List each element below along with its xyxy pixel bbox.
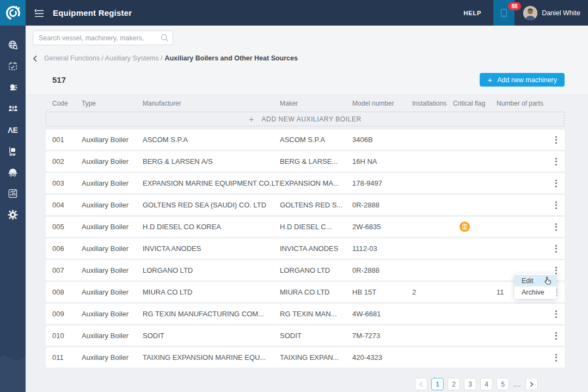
menu-item-archive[interactable]: Archive (514, 286, 556, 298)
pagination-ellipsis: ... (513, 380, 521, 388)
plus-icon: + (487, 75, 492, 84)
sidebar-item-planner[interactable] (0, 56, 26, 77)
page-button-3[interactable]: 3 (464, 378, 476, 390)
cell-code: 001 (52, 136, 82, 144)
row-menu-button[interactable] (555, 223, 565, 231)
table-row[interactable]: 008 Auxiliary Boiler MIURA CO LTD MIURA … (46, 282, 565, 302)
analytics-chart-icon (8, 188, 18, 199)
cell-model: 178-9497 (352, 179, 412, 187)
page-button-1[interactable]: 1 (431, 378, 444, 390)
result-count: 517 (52, 75, 66, 84)
table-row[interactable]: 004 Auxiliary Boiler GOLTENS RED SEA (SA… (46, 195, 565, 215)
row-menu-button[interactable] (555, 310, 565, 318)
row-menu-button[interactable] (555, 289, 565, 296)
cell-model: 1112-03 (352, 244, 412, 253)
sidebar-item-settings[interactable] (0, 204, 26, 225)
menu-item-edit[interactable]: Edit (514, 275, 556, 286)
column-header-type: Type (82, 100, 143, 107)
sidebar-item-logistics[interactable] (0, 140, 26, 162)
cell-maker: LORGANO LTD (280, 266, 352, 274)
sidebar-item-vessel-search[interactable] (0, 34, 26, 56)
sidebar-wave-decoration (0, 332, 26, 392)
cell-manufacturer: TAIXING EXPANSION MARINE EQU... (143, 353, 280, 362)
user-menu[interactable]: Daniel White (523, 6, 580, 20)
back-button[interactable] (33, 55, 38, 62)
column-header-manufacturer: Manufacturer (143, 100, 280, 107)
next-page-button[interactable] (525, 378, 538, 390)
cell-maker: INVICTA ANODES (280, 244, 352, 253)
column-header-maker: Maker (280, 100, 352, 107)
gear-icon (7, 209, 19, 220)
sidebar-item-ae-module[interactable]: ΛE (0, 119, 26, 140)
app-logo[interactable] (0, 0, 26, 26)
row-menu-button[interactable] (555, 136, 565, 144)
row-menu-button[interactable] (555, 158, 565, 166)
row-menu-button[interactable] (555, 201, 565, 209)
plus-icon: + (249, 114, 254, 124)
breadcrumb-path[interactable]: General Functions / Auxiliary Systems / (44, 54, 162, 62)
table-row[interactable]: 010 Auxiliary Boiler SODIT SODIT 7M-7273 (46, 326, 565, 346)
notifications-button[interactable]: 88 (493, 0, 514, 26)
search-input[interactable] (33, 30, 173, 45)
cell-model: 2W-6835 (352, 223, 412, 231)
row-menu-button[interactable] (555, 245, 565, 253)
breadcrumb-current: Auxiliary Boilers and Other Heat Sources (164, 54, 298, 62)
table-row[interactable]: 005 Auxiliary Boiler H.D DIESEL CO KOREA… (46, 217, 565, 237)
sidebar-item-analytics[interactable] (0, 183, 26, 204)
table-row[interactable]: 002 Auxiliary Boiler BERG & LARSEN A/S B… (46, 151, 565, 171)
cell-model: 4W-6681 (352, 310, 412, 318)
sidebar-item-crew[interactable] (0, 98, 26, 119)
avatar-photo-icon (523, 6, 537, 20)
add-new-machinery-button[interactable]: + Add new machinery (480, 73, 565, 87)
row-menu-button[interactable] (555, 180, 565, 187)
chevron-left-icon (419, 382, 423, 387)
cell-model: 420-4323 (352, 353, 412, 362)
add-new-machinery-label: Add new machinery (497, 76, 557, 84)
cell-code: 004 (52, 201, 82, 209)
chevron-right-icon (530, 382, 534, 387)
table-row[interactable]: 003 Auxiliary Boiler EXPANSION MARINE EQ… (46, 173, 565, 193)
cell-installations: 2 (412, 288, 453, 296)
cell-model: 16H NA (352, 157, 412, 166)
sidebar: ΛE (0, 0, 26, 392)
cell-code: 002 (52, 157, 82, 166)
notifications-icon (500, 8, 507, 18)
row-menu-button[interactable] (555, 332, 565, 340)
cell-code: 010 (52, 332, 82, 340)
table-row[interactable]: 001 Auxiliary Boiler ASCOM S.P.A ASCOM S… (46, 130, 565, 150)
cell-type: Auxiliary Boiler (82, 244, 143, 253)
cell-type: Auxiliary Boiler (82, 136, 143, 144)
search-icon[interactable] (161, 34, 169, 44)
row-menu-button[interactable] (555, 267, 565, 274)
table-row[interactable]: 009 Auxiliary Boiler RG TEXIN MANUFACTUR… (46, 304, 565, 324)
table-row[interactable]: 006 Auxiliary Boiler INVICTA ANODES INVI… (46, 238, 565, 259)
cell-manufacturer: H.D DIESEL CO KOREA (143, 223, 280, 231)
cell-manufacturer: MIURA CO LTD (143, 288, 280, 296)
help-link[interactable]: HELP (464, 10, 482, 16)
table-row[interactable]: 011 Auxiliary Boiler TAIXING EXPANSION M… (46, 347, 565, 367)
cell-maker: BERG & LARSE... (280, 157, 352, 166)
archive-label: Archive (522, 289, 544, 296)
crew-icon (8, 103, 19, 114)
collapse-menu-button[interactable] (34, 9, 44, 17)
machinery-icon (8, 82, 19, 93)
equipment-register-page: ΛE (0, 0, 588, 392)
avatar (523, 6, 537, 20)
user-name: Daniel White (542, 9, 580, 17)
sidebar-item-machinery[interactable] (0, 77, 26, 98)
sidebar-item-safety[interactable] (0, 162, 26, 183)
add-new-auxiliary-boiler-button[interactable]: + ADD NEW AUXILIARY BOILER (46, 112, 565, 126)
page-button-4[interactable]: 4 (480, 378, 493, 390)
cell-type: Auxiliary Boiler (82, 310, 143, 318)
previous-page-button[interactable] (415, 378, 427, 390)
hand-truck-icon (8, 146, 18, 156)
notification-badge: 88 (508, 2, 521, 10)
table-row[interactable]: 007 Auxiliary Boiler LORGANO LTD LORGANO… (46, 260, 565, 280)
page-button-5[interactable]: 5 (497, 378, 509, 390)
page-button-2[interactable]: 2 (448, 378, 460, 390)
column-header-model-number: Model number (352, 100, 412, 107)
row-context-menu: Edit Archive (514, 274, 556, 299)
breadcrumb: General Functions / Auxiliary Systems / … (33, 54, 588, 62)
row-menu-button[interactable] (555, 354, 565, 362)
cell-model: 7M-7273 (352, 332, 412, 340)
